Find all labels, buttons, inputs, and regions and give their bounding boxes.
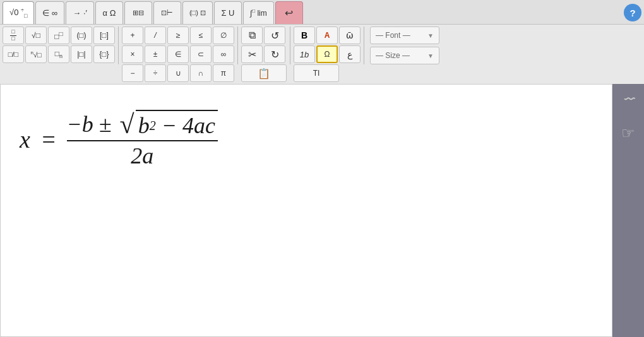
mixed-fraction-icon: □/□ — [8, 50, 18, 58]
bracket-btn[interactable]: [□] — [93, 27, 115, 44]
leq-icon: ≤ — [199, 31, 203, 40]
union-btn[interactable]: ∪ — [167, 64, 189, 82]
app-container: √0 ÷□ ∈ ∞ → ·′ α Ω ⊞⊟ ⊡⊢ (□) ⊡ Σ U ∫□ li… — [0, 0, 644, 337]
help-button[interactable]: ? — [624, 4, 641, 21]
font-dropdown[interactable]: — Font — ▼ — [370, 27, 439, 44]
redo-btn[interactable]: ↻ — [264, 45, 285, 63]
intersect-btn[interactable]: ∩ — [190, 64, 212, 82]
tab-sets[interactable]: ∈ ∞ — [35, 1, 64, 24]
sqrt-symbol: √ — [120, 111, 134, 138]
scroll-icon[interactable]: ⌇ — [620, 95, 636, 102]
operators-row3: − ÷ ∪ ∩ π — [122, 64, 234, 82]
paren-btn[interactable]: (□) — [71, 27, 92, 44]
hand-icon[interactable]: ☞ — [621, 124, 635, 142]
cut-btn[interactable]: ✂ — [241, 45, 263, 63]
italic-1b-btn[interactable]: 1b — [294, 45, 315, 63]
times-btn[interactable]: × — [122, 45, 143, 63]
minus-btn[interactable]: − — [122, 64, 143, 82]
geq-btn[interactable]: ≥ — [167, 27, 189, 44]
curly-btn[interactable]: {□} — [93, 45, 115, 63]
sqrt-icon: √□ — [32, 31, 40, 40]
infty-btn[interactable]: ∞ — [213, 45, 234, 63]
text-format-label: TI — [313, 69, 320, 78]
format-row2: 1b Ω ع — [294, 45, 361, 63]
leq-btn[interactable]: ≤ — [190, 27, 212, 44]
pi-icon: π — [221, 69, 226, 78]
tab-sigma[interactable]: Σ U — [214, 1, 242, 24]
fractions-group: □□ √□ □□ (□) [□] □/□ — [3, 27, 115, 82]
tab-integral[interactable]: ∫□ lim — [243, 1, 274, 24]
operators-group: + / ≥ ≤ ∅ × ± ∈ ⊂ ∞ − ÷ ∪ ∩ π — [122, 27, 234, 82]
union-icon: ∪ — [176, 69, 181, 78]
edit-group: ⧉ ↺ ✂ ↻ 📋 — [241, 27, 287, 82]
sep4 — [364, 27, 364, 64]
fractions-row2: □/□ n√□ □n |□| {□} — [3, 45, 115, 63]
abs-icon: |□| — [77, 50, 85, 59]
copy-btn[interactable]: ⧉ — [241, 27, 263, 44]
slash-btn[interactable]: / — [145, 27, 166, 44]
abs-btn[interactable]: |□| — [71, 45, 92, 63]
sep1 — [118, 27, 119, 64]
tab-arrows-label: → ·′ — [73, 8, 87, 18]
tab-greek[interactable]: α Ω — [95, 1, 123, 24]
tab-paren-label: (□) ⊡ — [189, 9, 206, 17]
intersect-icon: ∩ — [198, 69, 204, 78]
formula-minus-4ac: − 4ac — [156, 112, 215, 139]
plusminus-btn[interactable]: ± — [145, 45, 166, 63]
power-btn[interactable]: □□ — [48, 27, 69, 44]
undo-icon: ↺ — [271, 30, 279, 42]
editor-area[interactable]: x = −b ± √ b2 − 4ac 2a — [0, 84, 612, 337]
italic-1b-label: 1b — [300, 50, 309, 59]
subscript-btn[interactable]: □n — [48, 45, 69, 63]
redo-icon: ↻ — [271, 49, 279, 61]
bold-icon: B — [301, 30, 307, 40]
edit-row2: ✂ ↻ — [241, 45, 287, 63]
pi-btn[interactable]: π — [213, 64, 234, 82]
color-btn[interactable]: A — [316, 27, 338, 44]
fraction-icon: □□ — [10, 29, 16, 42]
arabic-btn[interactable]: ω̄ — [339, 27, 361, 44]
in-icon: ∈ — [175, 50, 181, 59]
tab-arrows[interactable]: → ·′ — [66, 1, 94, 24]
callig-btn[interactable]: ع — [339, 45, 361, 63]
formula-display: x = −b ± √ b2 − 4ac 2a — [20, 110, 218, 169]
infty-icon: ∞ — [221, 50, 227, 59]
copy-icon: ⧉ — [249, 30, 256, 41]
sep2 — [237, 27, 238, 64]
formula-b: b — [138, 112, 150, 139]
mixed-fraction-btn[interactable]: □/□ — [3, 45, 24, 63]
omega-box-btn[interactable]: Ω — [316, 45, 338, 63]
text-format-btn[interactable]: TI — [294, 64, 339, 82]
tab-special[interactable]: ↩ — [275, 1, 303, 24]
plus-btn[interactable]: + — [122, 27, 143, 44]
tab-fractions[interactable]: √0 ÷□ — [3, 1, 34, 24]
emptyset-btn[interactable]: ∅ — [213, 27, 234, 44]
tab-matrices-label: ⊞⊟ — [133, 9, 144, 17]
in-btn[interactable]: ∈ — [167, 45, 189, 63]
format-group: B A ω̄ 1b Ω ع — [294, 27, 361, 82]
subset-btn[interactable]: ⊂ — [190, 45, 212, 63]
paste-btn[interactable]: 📋 — [241, 64, 287, 82]
tab-brackets2[interactable]: ⊡⊢ — [153, 1, 181, 24]
tab-matrices[interactable]: ⊞⊟ — [124, 1, 152, 24]
formula-neg-b: −b ± — [67, 111, 117, 138]
emptyset-icon: ∅ — [220, 31, 227, 40]
plusminus-icon: ± — [153, 50, 158, 59]
size-dropdown[interactable]: — Size — ▼ — [370, 47, 439, 64]
sep3 — [290, 27, 290, 64]
fraction-btn[interactable]: □□ — [3, 27, 24, 44]
tab-paren[interactable]: (□) ⊡ — [182, 1, 213, 24]
div-btn[interactable]: ÷ — [145, 64, 166, 82]
callig-icon: ع — [347, 49, 352, 59]
omega-box-icon: Ω — [325, 50, 330, 59]
slash-icon: / — [154, 31, 156, 40]
undo-btn[interactable]: ↺ — [264, 27, 285, 44]
nth-root-btn[interactable]: n√□ — [25, 45, 47, 63]
tab-sets-label: ∈ ∞ — [42, 8, 57, 18]
operators-row2: × ± ∈ ⊂ ∞ — [122, 45, 234, 63]
nth-root-icon: n√□ — [30, 50, 41, 59]
bold-btn[interactable]: B — [294, 27, 315, 44]
font-dropdown-arrow: ▼ — [427, 32, 434, 39]
sqrt-btn[interactable]: √□ — [25, 27, 47, 44]
help-label: ? — [629, 8, 635, 18]
